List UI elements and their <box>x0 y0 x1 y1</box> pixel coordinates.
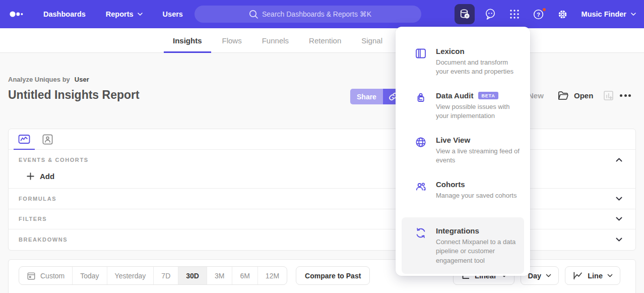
range-12m[interactable]: 12M <box>257 267 287 284</box>
menu-item-text: Cohorts Manage your saved cohorts <box>436 180 517 200</box>
nav-dashboards-label: Dashboards <box>43 10 86 18</box>
chart-type-select[interactable]: Line <box>565 266 620 285</box>
analyze-entity-select[interactable]: User <box>75 76 89 83</box>
tab-funnels[interactable]: Funnels <box>253 28 298 52</box>
date-controls: Custom Today Yesterday 7D 30D 3M 6M 12M … <box>19 266 370 293</box>
range-today[interactable]: Today <box>72 267 106 284</box>
more-options-button[interactable] <box>620 94 631 97</box>
new-report-button[interactable]: New <box>528 91 544 100</box>
data-management-button[interactable] <box>455 4 475 24</box>
menu-item-cohorts[interactable]: Cohorts Manage your saved cohorts <box>396 173 530 217</box>
chevron-down-icon <box>616 217 622 221</box>
range-7d[interactable]: 7D <box>153 267 178 284</box>
menu-item-text: Lexicon Document and transform your even… <box>436 47 520 77</box>
range-30d[interactable]: 30D <box>178 267 207 284</box>
folder-icon <box>557 90 569 101</box>
data-audit-description: View possible issues with your implement… <box>436 102 520 121</box>
range-6m[interactable]: 6M <box>232 267 257 284</box>
insights-chart-icon <box>18 133 30 145</box>
nav-users-label: Users <box>163 10 183 18</box>
interval-label: Day <box>528 272 542 280</box>
notification-dot <box>542 7 547 12</box>
calendar-icon <box>27 271 36 280</box>
section-events-cohorts: EVENTS & COHORTS Add <box>9 150 635 188</box>
mixpanel-logo-icon[interactable] <box>9 11 27 18</box>
open-report-button[interactable]: Open <box>557 90 593 101</box>
search-input[interactable] <box>195 6 421 23</box>
builder-view-tabs <box>9 129 635 150</box>
tab-retention[interactable]: Retention <box>300 28 350 52</box>
events-add-row: Add <box>9 168 635 188</box>
live-view-description: View a live streaming feed of events <box>436 147 520 165</box>
tab-events-view[interactable] <box>13 129 36 149</box>
menu-item-integrations[interactable]: Integrations Connect Mixpanel to a data … <box>402 217 524 274</box>
settings-button[interactable] <box>554 6 571 23</box>
tab-profiles-view[interactable] <box>36 129 59 149</box>
add-event-button[interactable]: Add <box>24 170 57 183</box>
plus-icon <box>27 172 34 180</box>
data-audit-icon <box>415 92 427 104</box>
data-audit-title: Data Audit <box>436 91 473 100</box>
live-view-title: Live View <box>436 136 470 144</box>
tab-flows[interactable]: Flows <box>213 28 251 52</box>
tab-insights[interactable]: Insights <box>164 28 211 52</box>
chart-toolbar: Custom Today Yesterday 7D 30D 3M 6M 12M … <box>8 259 636 293</box>
apps-grid-button[interactable] <box>506 6 523 23</box>
analyze-line: Analyze Uniques by User <box>8 76 89 83</box>
chevron-down-icon <box>607 274 613 277</box>
range-yesterday[interactable]: Yesterday <box>107 267 154 284</box>
project-name: Music Finder <box>582 10 626 18</box>
search-icon <box>249 10 259 19</box>
project-switcher[interactable]: Music Finder <box>582 10 636 18</box>
report-header: Untitled Insights Report Share New Open <box>0 86 644 108</box>
menu-item-live-view[interactable]: Live View View a live streaming feed of … <box>396 129 530 173</box>
apps-grid-icon <box>509 9 520 19</box>
chevron-down-icon <box>616 238 622 242</box>
menu-item-lexicon[interactable]: Lexicon Document and transform your even… <box>396 40 530 84</box>
menu-item-text: Live View View a live streaming feed of … <box>436 136 520 165</box>
nav-reports[interactable]: Reports <box>106 10 143 18</box>
chevron-down-icon <box>546 274 551 277</box>
feedback-button[interactable] <box>482 6 499 23</box>
nav-users[interactable]: Users <box>163 10 183 18</box>
primary-nav: Dashboards Reports Users <box>43 10 183 18</box>
database-gear-icon <box>459 8 471 20</box>
cohorts-title: Cohorts <box>436 180 465 189</box>
range-custom[interactable]: Custom <box>19 267 72 284</box>
chevron-down-icon <box>616 197 622 201</box>
breakdowns-label: BREAKDOWNS <box>19 237 68 243</box>
range-3m[interactable]: 3M <box>207 267 232 284</box>
nav-reports-label: Reports <box>106 10 134 18</box>
cohorts-description: Manage your saved cohorts <box>436 191 517 200</box>
chevron-up-icon <box>616 158 622 162</box>
lexicon-title: Lexicon <box>436 47 465 55</box>
range-custom-label: Custom <box>40 272 65 280</box>
settings-gear-icon <box>557 9 568 20</box>
integrations-sync-icon <box>415 227 427 239</box>
page-title[interactable]: Untitled Insights Report <box>8 88 140 102</box>
live-view-globe-icon <box>415 136 427 148</box>
menu-item-data-audit[interactable]: Data Audit BETA View possible issues wit… <box>396 84 530 129</box>
menu-item-text: Integrations Connect Mixpanel to a data … <box>436 226 516 265</box>
query-builder-card: EVENTS & COHORTS Add FORMULAS FILTERS BR… <box>8 129 636 251</box>
top-nav: Dashboards Reports Users <box>0 0 644 28</box>
tab-signal[interactable]: Signal <box>352 28 392 52</box>
events-cohorts-label: EVENTS & COHORTS <box>19 157 89 163</box>
lexicon-icon <box>415 47 427 60</box>
lexicon-description: Document and transform your events and p… <box>436 58 520 77</box>
nav-dashboards[interactable]: Dashboards <box>43 10 86 18</box>
section-formulas[interactable]: FORMULAS <box>9 188 635 209</box>
beta-badge: BETA <box>478 92 498 99</box>
date-range-segmented: Custom Today Yesterday 7D 30D 3M 6M 12M <box>19 266 287 285</box>
section-filters[interactable]: FILTERS <box>9 209 635 229</box>
help-button[interactable]: ? <box>530 6 547 23</box>
profile-icon <box>42 134 53 145</box>
add-to-dashboard-button[interactable] <box>603 90 614 101</box>
report-tabs: Insights Flows Funnels Retention Signal … <box>0 28 644 53</box>
compare-to-past-button[interactable]: Compare to Past <box>296 266 370 285</box>
section-breakdowns[interactable]: BREAKDOWNS <box>9 229 635 250</box>
chevron-down-icon <box>138 13 143 16</box>
search-bar[interactable] <box>195 6 421 23</box>
events-cohorts-header[interactable]: EVENTS & COHORTS <box>9 150 635 168</box>
share-button[interactable]: Share <box>350 89 383 104</box>
